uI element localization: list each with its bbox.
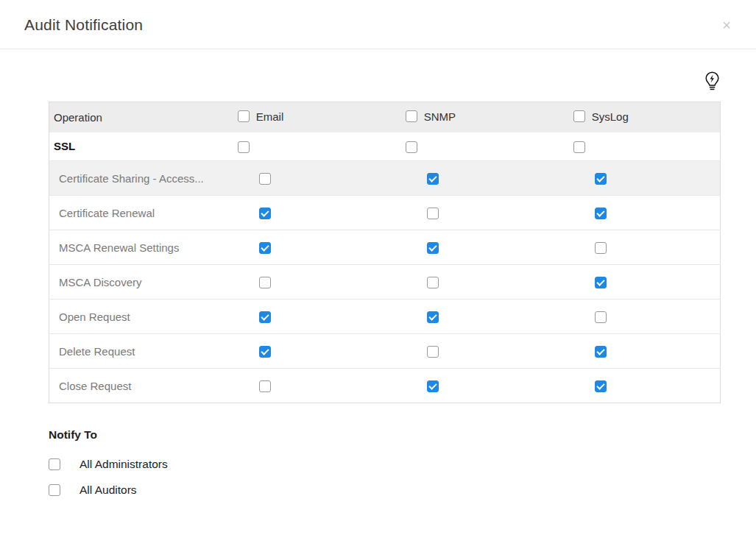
- table-row: Certificate Sharing - Access...: [49, 161, 721, 196]
- notify-options-list: All Administrators All Auditors: [49, 458, 721, 497]
- email-checkbox[interactable]: [259, 346, 271, 358]
- column-header-snmp-label: SNMP: [424, 110, 456, 123]
- table-row: MSCA Renewal Settings: [49, 230, 721, 265]
- audit-notification-modal: Audit Notification × Operation: [0, 0, 756, 535]
- column-header-email: Email: [230, 102, 398, 132]
- column-header-syslog-label: SysLog: [592, 110, 629, 123]
- notify-option-label: All Administrators: [80, 458, 168, 471]
- operation-label: Open Request: [49, 300, 230, 334]
- email-checkbox[interactable]: [259, 173, 271, 185]
- column-header-operation: Operation: [49, 102, 230, 132]
- syslog-checkbox[interactable]: [595, 173, 607, 185]
- page-title: Audit Notification: [24, 16, 143, 34]
- notify-option-checkbox[interactable]: [49, 484, 60, 496]
- email-checkbox[interactable]: [259, 277, 271, 288]
- email-checkbox[interactable]: [259, 311, 271, 323]
- syslog-checkbox[interactable]: [595, 242, 607, 254]
- snmp-checkbox[interactable]: [427, 277, 439, 288]
- notification-table: Operation Email SNMP: [49, 102, 721, 403]
- email-checkbox[interactable]: [259, 380, 271, 392]
- ssl-syslog-checkbox[interactable]: [573, 141, 585, 153]
- column-header-syslog: SysLog: [566, 102, 721, 132]
- snmp-checkbox[interactable]: [427, 173, 439, 185]
- snmp-checkbox[interactable]: [427, 242, 439, 254]
- email-checkbox[interactable]: [259, 208, 271, 219]
- table-body: SSL Certificate Sharing - Access... Cert…: [49, 132, 721, 403]
- operation-label: Certificate Renewal: [49, 196, 230, 230]
- snmp-checkbox[interactable]: [427, 311, 439, 323]
- group-row-label: SSL: [49, 132, 230, 161]
- syslog-checkbox[interactable]: [595, 346, 607, 358]
- notify-option[interactable]: All Administrators: [49, 458, 721, 471]
- operation-label: Close Request: [49, 369, 230, 403]
- syslog-checkbox[interactable]: [595, 208, 607, 219]
- syslog-column-checkbox[interactable]: [573, 110, 585, 122]
- table-row: Delete Request: [49, 334, 721, 369]
- snmp-checkbox[interactable]: [427, 380, 439, 392]
- notify-option[interactable]: All Auditors: [49, 483, 721, 497]
- table-row: Certificate Renewal: [49, 196, 721, 230]
- notify-option-label: All Auditors: [80, 483, 137, 497]
- group-row-ssl: SSL: [49, 132, 721, 161]
- lightbulb-bolt-icon[interactable]: [704, 71, 721, 91]
- table-header-row: Operation Email SNMP: [49, 102, 721, 132]
- column-header-email-label: Email: [256, 110, 284, 123]
- table-row: Open Request: [49, 300, 721, 334]
- toolbar: [49, 49, 721, 102]
- ssl-snmp-checkbox[interactable]: [406, 141, 417, 153]
- syslog-checkbox[interactable]: [595, 277, 607, 288]
- notify-to-heading: Notify To: [49, 428, 721, 442]
- operation-label: Delete Request: [49, 334, 230, 369]
- operation-label: Certificate Sharing - Access...: [49, 161, 230, 196]
- syslog-checkbox[interactable]: [595, 380, 607, 392]
- table-row: MSCA Discovery: [49, 265, 721, 300]
- email-column-checkbox[interactable]: [238, 110, 250, 122]
- operation-label: MSCA Renewal Settings: [49, 230, 230, 265]
- snmp-checkbox[interactable]: [427, 208, 439, 219]
- snmp-checkbox[interactable]: [427, 346, 439, 358]
- modal-header: Audit Notification ×: [0, 0, 756, 49]
- table-row: Close Request: [49, 369, 721, 403]
- close-icon[interactable]: ×: [719, 15, 734, 35]
- modal-body: Operation Email SNMP: [0, 49, 756, 497]
- snmp-column-checkbox[interactable]: [406, 110, 417, 122]
- ssl-email-checkbox[interactable]: [238, 141, 250, 153]
- notify-to-section: Notify To All Administrators All Auditor…: [49, 428, 721, 497]
- email-checkbox[interactable]: [259, 242, 271, 254]
- column-header-snmp: SNMP: [398, 102, 566, 132]
- syslog-checkbox[interactable]: [595, 311, 607, 323]
- operation-label: MSCA Discovery: [49, 265, 230, 300]
- notify-option-checkbox[interactable]: [49, 458, 60, 470]
